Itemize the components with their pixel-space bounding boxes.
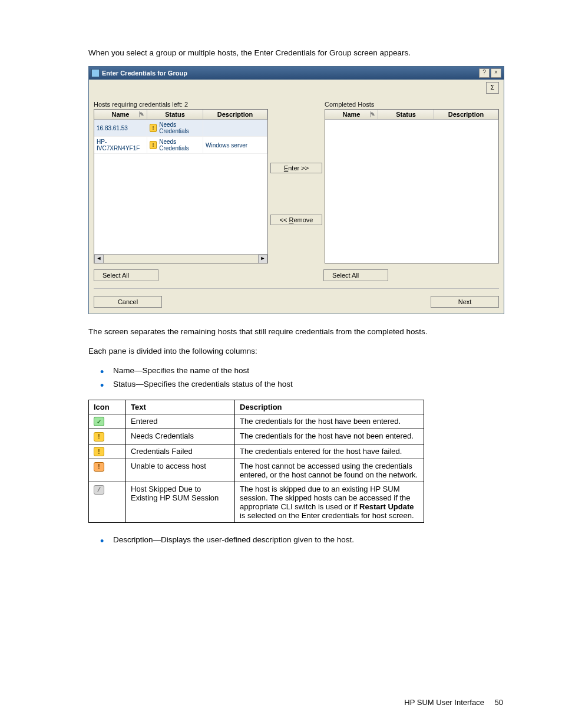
transfer-buttons: Enter >> << Remove — [273, 101, 320, 263]
paragraph: Each pane is divided into the following … — [88, 345, 503, 357]
th-desc: Description — [235, 400, 424, 414]
left-pane-label: Hosts requiring credentials left: 2 — [94, 101, 268, 108]
dialog-title: Enter Credentials for Group — [102, 70, 187, 77]
th-icon: Icon — [89, 400, 126, 414]
th-text: Text — [126, 400, 235, 414]
table-row[interactable]: 16.83.61.53 !Needs Credentials — [94, 120, 267, 137]
icon-cell: ⁄ — [89, 482, 126, 523]
warn-icon: ! — [94, 432, 104, 442]
desc-cell: The credentials for the host have not be… — [235, 429, 424, 444]
right-pane: Completed Hosts Name✎ Status Description — [325, 101, 499, 263]
close-button[interactable]: × — [491, 68, 501, 78]
paragraph: The screen separates the remaining hosts… — [88, 326, 503, 338]
left-col-desc[interactable]: Description — [203, 110, 267, 119]
dialog-titlebar: Enter Credentials for Group ? × — [89, 67, 504, 80]
status-icons-table: Icon Text Description ✓EnteredThe creden… — [88, 400, 424, 523]
text-cell: Credentials Failed — [126, 444, 235, 459]
entered-icon: ✓ — [94, 417, 104, 426]
sort-icon: ✎ — [370, 111, 376, 117]
description-list: Description—Displays the user-defined de… — [88, 533, 503, 547]
text-cell: Host Skipped Due to Existing HP SUM Sess… — [126, 482, 235, 523]
list-item: Name—Specifies the name of the host — [113, 364, 503, 378]
text-cell: Needs Credentials — [126, 429, 235, 444]
right-select-all-button[interactable]: Select All — [323, 269, 388, 281]
page-number: 50 — [495, 698, 503, 707]
icon-cell: ! — [89, 444, 126, 459]
left-select-all-button[interactable]: Select All — [94, 269, 158, 281]
host-desc-cell — [203, 120, 267, 137]
list-item: Status—Specifies the credentials status … — [113, 378, 503, 391]
left-pane: Hosts requiring credentials left: 2 Name… — [94, 101, 268, 263]
table-row: ✓EnteredThe credentials for the host hav… — [89, 414, 424, 429]
host-status-cell: !Needs Credentials — [147, 120, 203, 137]
cancel-button[interactable]: Cancel — [94, 296, 162, 308]
table-row: !Needs CredentialsThe credentials for th… — [89, 429, 424, 444]
table-row: !Unable to access hostThe host cannot be… — [89, 459, 424, 482]
right-grid[interactable]: Name✎ Status Description — [325, 109, 499, 263]
left-grid[interactable]: Name✎ Status Description 16.83.61.53 !Ne… — [94, 109, 268, 263]
table-row: ⁄Host Skipped Due to Existing HP SUM Ses… — [89, 482, 424, 523]
icon-cell: ✓ — [89, 414, 126, 429]
sigma-button[interactable]: Σ — [486, 82, 499, 94]
table-row: !Credentials FailedThe credentials enter… — [89, 444, 424, 459]
host-name-cell: HP-IVC7XRN4YF1F — [94, 137, 147, 154]
scroll-left-icon[interactable]: ◄ — [94, 255, 104, 263]
list-item: Description—Displays the user-defined de… — [113, 533, 503, 547]
enter-button[interactable]: Enter >> — [270, 163, 322, 173]
host-desc-cell: Windows server — [203, 137, 267, 154]
warn-icon: ! — [94, 447, 104, 456]
intro-paragraph: When you select a group or multiple host… — [88, 47, 503, 59]
remove-button[interactable]: << Remove — [270, 215, 322, 225]
skip-icon: ⁄ — [94, 485, 104, 495]
right-col-desc[interactable]: Description — [434, 110, 498, 119]
desc-cell: The credentials entered for the host hav… — [235, 444, 424, 459]
columns-list: Name—Specifies the name of the host Stat… — [88, 364, 503, 391]
footer-text: HP SUM User Interface — [404, 698, 484, 707]
desc-cell: The credentials for the host have been e… — [235, 414, 424, 429]
text-cell: Unable to access host — [126, 459, 235, 482]
desc-cell: The host cannot be accessed using the cr… — [235, 459, 424, 482]
host-name-cell: 16.83.61.53 — [94, 120, 147, 137]
credentials-dialog: Enter Credentials for Group ? × Σ Hosts … — [88, 66, 504, 314]
icon-cell: ! — [89, 429, 126, 444]
left-col-name[interactable]: Name✎ — [94, 110, 147, 119]
right-col-status[interactable]: Status — [378, 110, 434, 119]
right-pane-label: Completed Hosts — [325, 101, 499, 108]
page-footer: HP SUM User Interface 50 — [404, 698, 503, 707]
left-col-status[interactable]: Status — [147, 110, 203, 119]
warn-icon: ! — [150, 141, 157, 149]
table-row[interactable]: HP-IVC7XRN4YF1F !Needs Credentials Windo… — [94, 137, 267, 154]
left-scrollbar[interactable]: ◄ ► — [94, 254, 267, 263]
next-button[interactable]: Next — [431, 296, 499, 308]
host-status-cell: !Needs Credentials — [147, 137, 203, 154]
desc-cell: The host is skipped due to an existing H… — [235, 482, 424, 523]
warn-icon: ! — [150, 124, 157, 132]
help-button[interactable]: ? — [479, 68, 490, 78]
icon-cell: ! — [89, 459, 126, 482]
sort-icon: ✎ — [139, 111, 146, 117]
unable-icon: ! — [94, 462, 104, 472]
right-col-name[interactable]: Name✎ — [325, 110, 378, 119]
app-icon — [91, 69, 100, 77]
scroll-right-icon[interactable]: ► — [258, 255, 267, 263]
text-cell: Entered — [126, 414, 235, 429]
